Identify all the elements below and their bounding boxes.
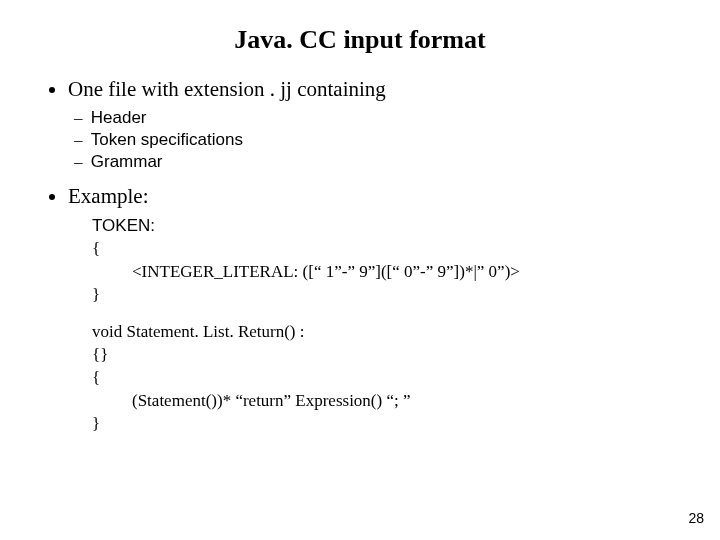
subbullet-grammar: Grammar <box>92 152 680 172</box>
example-close-brace-2: } <box>92 413 680 436</box>
bullet-example: Example: TOKEN: { <INTEGER_LITERAL: ([“ … <box>68 184 680 435</box>
page-number: 28 <box>688 510 704 526</box>
subbullet-header: Header <box>92 108 680 128</box>
example-token-kw: TOKEN: <box>92 215 680 238</box>
bullet-example-label: Example: <box>68 184 148 208</box>
bullet-intro-text: One file with extension . jj containing <box>68 77 386 101</box>
example-close-brace: } <box>92 284 680 307</box>
slide-title: Java. CC input format <box>40 25 680 55</box>
subbullet-token-spec: Token specifications <box>92 130 680 150</box>
example-void-line: void Statement. List. Return() : <box>92 321 680 344</box>
example-integer-literal: <INTEGER_LITERAL: ([“ 1”-” 9”]([“ 0”-” 9… <box>92 261 680 284</box>
example-open-brace: { <box>92 238 680 261</box>
example-statement-line: (Statement())* “return” Expression() “; … <box>92 390 680 413</box>
example-empty-braces: {} <box>92 344 680 367</box>
bullet-intro: One file with extension . jj containing … <box>68 77 680 172</box>
example-open-brace-2: { <box>92 367 680 390</box>
